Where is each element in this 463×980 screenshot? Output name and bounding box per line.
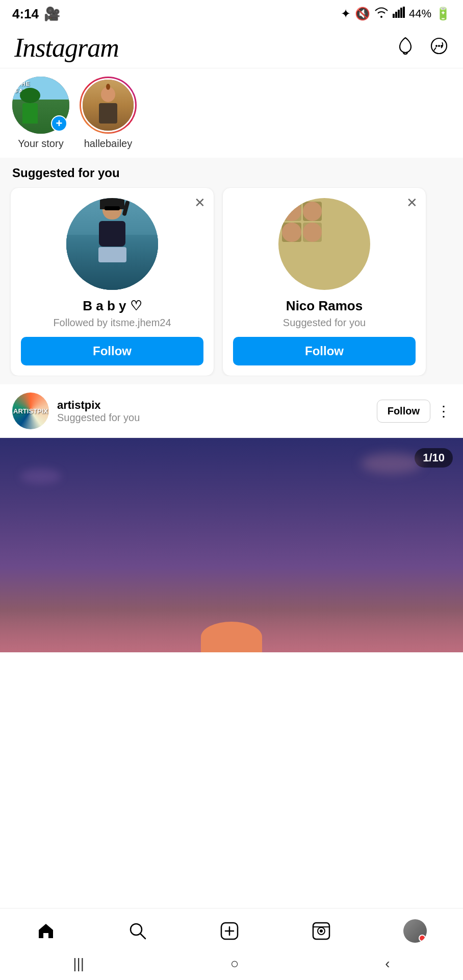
svg-rect-2 [398,10,400,18]
your-story-label: Your story [18,138,63,150]
wifi-icon [374,7,389,21]
signal-icon [393,7,405,21]
avatar-baby [66,198,158,290]
svg-point-6 [435,45,438,47]
suggested-user-row-artistpix: ARTISTPIX artistpix Suggested for you Fo… [0,384,463,438]
suggested-card-nico: ✕ Nico Ramos [222,187,426,376]
app-header: Instagram [0,28,463,68]
card-name-nico: Nico Ramos [286,298,363,314]
follow-button-baby[interactable]: Follow [21,337,203,365]
messages-icon[interactable] [429,36,449,60]
story-ring-hallebailey [80,77,137,134]
svg-rect-3 [400,8,402,18]
story-label-hallebailey: hallebailey [84,138,133,150]
story-avatar-hallebailey [81,78,135,132]
follow-button-artistpix[interactable]: Follow [377,400,430,423]
card-sub-baby: Followed by itsme.jhem24 [53,317,171,329]
artistpix-info: artistpix Suggested for you [57,399,369,424]
more-options-artistpix[interactable]: ⋮ [436,403,451,420]
svg-rect-4 [403,7,405,18]
card-name-baby: B a b y ♡ [83,298,141,314]
post-image: 1/10 [0,438,463,652]
suggested-section: Suggested for you ✕ [0,158,463,384]
close-card-baby[interactable]: ✕ [194,195,205,211]
stories-row: THE FARM + Your story [0,68,463,158]
card-sub-nico: Suggested for you [283,317,366,329]
nav-home[interactable] [36,921,56,941]
nav-items [0,909,463,949]
mute-icon: 🔇 [355,7,370,21]
android-back[interactable]: ‹ [385,955,390,972]
avatar-artistpix[interactable]: ARTISTPIX [12,393,49,429]
bluetooth-icon: ✦ [341,7,351,21]
svg-rect-1 [395,12,397,18]
artistpix-username: artistpix [57,399,369,412]
status-bar: 4:14 🎥 ✦ 🔇 44% 🔋 [0,0,463,28]
battery-icon: 🔋 [435,7,451,21]
follow-button-nico[interactable]: Follow [233,337,416,365]
nav-add[interactable] [220,921,239,941]
close-card-nico[interactable]: ✕ [406,195,418,211]
add-story-button[interactable]: + [51,115,67,132]
header-actions [396,36,449,60]
suggested-cards-row: ✕ [0,187,463,376]
svg-point-7 [438,45,440,47]
android-nav: ||| ○ ‹ [0,949,463,980]
bottom-nav: ||| ○ ‹ [0,908,463,980]
nav-search[interactable] [128,921,147,941]
svg-point-16 [320,929,323,933]
status-time: 4:14 [12,6,39,22]
artistpix-avatar-img: ARTISTPIX [12,393,49,429]
android-home[interactable]: ○ [230,955,239,972]
avatar-nico [278,198,370,290]
notifications-icon[interactable] [396,36,415,60]
story-hallebailey[interactable]: hallebailey [78,77,139,150]
your-story-avatar-wrapper: THE FARM + [12,77,69,134]
artistpix-actions: Follow ⋮ [377,400,451,423]
notification-dot [419,935,426,942]
artistpix-sub: Suggested for you [57,412,369,424]
nav-profile[interactable] [403,919,427,943]
post-blob [201,622,262,652]
suggested-title: Suggested for you [0,166,463,187]
camera-icon: 🎥 [44,6,60,22]
your-story-item[interactable]: THE FARM + Your story [10,77,71,150]
suggested-card-baby: ✕ [10,187,214,376]
nav-reels[interactable] [312,921,331,941]
battery-status: 44% [409,7,431,20]
svg-rect-0 [393,14,395,18]
android-recent[interactable]: ||| [73,955,84,972]
svg-point-8 [441,45,443,47]
profile-avatar [403,919,427,943]
instagram-logo: Instagram [14,33,119,63]
svg-line-10 [140,934,145,939]
